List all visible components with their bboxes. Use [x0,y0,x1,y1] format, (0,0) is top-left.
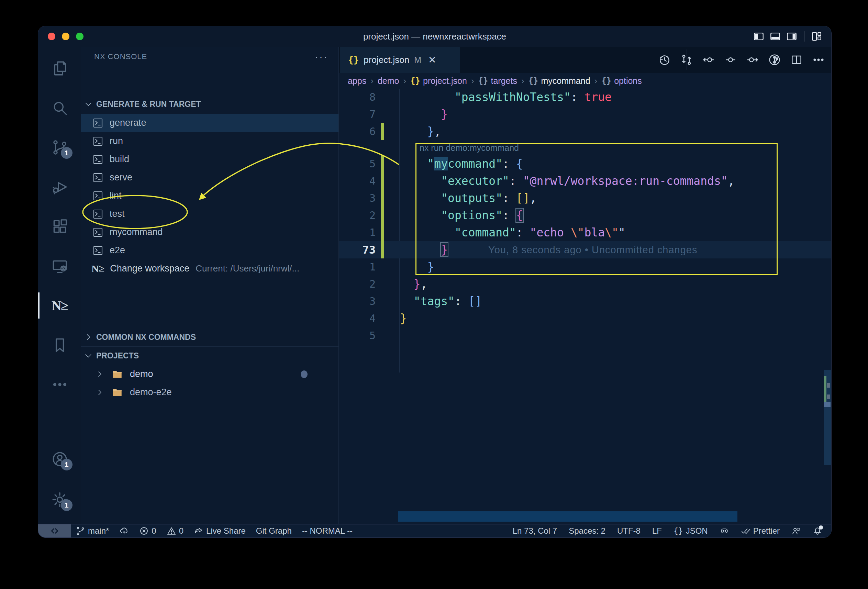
nx-console-sidebar: NX CONSOLE ··· GENERATE & RUN TARGET gen… [81,47,339,524]
status-item-prettier[interactable]: Prettier [741,524,780,537]
target-label: lint [109,190,122,201]
more-views-icon[interactable] [38,368,81,402]
titlebar-divider [804,31,805,41]
braces-icon: {} [601,76,611,86]
activity-bar: 1 N≥ 1 1 [38,47,81,524]
chevron-down-icon [84,351,93,360]
status-item-live-share[interactable]: Live Share [194,524,246,537]
project-item-demo[interactable]: demo [81,365,338,383]
compare-changes-icon[interactable] [680,53,693,66]
status-item-indentation[interactable]: Spaces: 2 [569,524,605,537]
section-divider [81,328,338,328]
breadcrumb-item-apps[interactable]: apps [348,76,366,86]
nx-console-icon[interactable]: N≥ [38,288,81,323]
code-text: } [400,310,407,327]
line-number: 1 [339,258,376,276]
overview-ruler[interactable] [824,89,831,524]
target-item-test[interactable]: test [81,205,338,223]
status-item-warnings[interactable]: 0 [167,524,183,537]
toggle-sidebar-right-icon[interactable] [786,31,797,42]
panel-more-actions-icon[interactable]: ··· [315,47,328,66]
split-editor-icon[interactable] [790,53,803,66]
status-item-errors[interactable]: 0 [139,524,156,537]
run-and-debug-icon[interactable] [38,170,81,204]
breadcrumb-item-mycommand[interactable]: {}mycommand [528,76,590,86]
target-item-generate[interactable]: generate [81,114,338,132]
next-change-icon[interactable] [746,53,759,66]
status-item-sync[interactable] [119,524,129,537]
error-icon [139,526,149,536]
status-item-git-branch[interactable]: main* [75,524,109,537]
explorer-icon[interactable] [38,51,81,86]
project-status-dot [301,371,307,378]
status-item-label: main* [88,526,109,536]
line-number: 7 [339,106,376,123]
close-tab-icon[interactable]: ✕ [428,54,436,66]
overview-mark [824,402,831,407]
status-item-language-mode[interactable]: {}JSON [673,524,708,537]
target-item-lint[interactable]: lint [81,187,338,205]
more-actions-icon[interactable] [812,53,825,66]
tab-project-json[interactable]: {} project.json M ✕ [340,47,460,73]
toggle-sidebar-left-icon[interactable] [753,31,765,42]
editor-actions [658,47,825,73]
target-item-build[interactable]: build [81,150,338,168]
account-icon[interactable]: 1 [38,442,81,476]
code-line: 3 "tags": [] [339,293,831,310]
target-item-e2e[interactable]: e2e [81,241,338,260]
previous-change-icon[interactable] [702,53,715,66]
code-text: "tags": [] [400,293,482,310]
horizontal-scrollbar[interactable] [398,511,737,522]
cloud-upload-icon [119,526,129,536]
chevron-right-icon [96,370,104,378]
source-control-icon[interactable]: 1 [38,130,81,165]
status-item-vim-mode[interactable]: -- NORMAL -- [302,524,353,537]
extensions-icon[interactable] [38,209,81,244]
status-item-label: Ln 73, Col 7 [513,526,557,536]
customize-layout-icon[interactable] [810,31,822,42]
status-item-label: -- NORMAL -- [302,526,353,536]
section-projects[interactable]: PROJECTS [81,348,338,363]
code-editor[interactable]: 8 "passWithNoTests": true7 }6 },nx run d… [339,89,831,524]
bookmarks-icon[interactable] [38,328,81,362]
status-item-git-graph[interactable]: Git Graph [256,524,292,537]
remote-indicator[interactable] [38,524,71,537]
breadcrumb-label: demo [378,76,399,86]
status-item-notifications[interactable] [813,524,822,537]
timeline-icon[interactable] [658,53,671,66]
status-item-eol[interactable]: LF [652,524,662,537]
line-number: 3 [339,190,376,207]
breadcrumb-item-targets[interactable]: {}targets [478,76,517,86]
status-item-cursor-position[interactable]: Ln 73, Col 7 [513,524,557,537]
status-item-copilot[interactable] [720,524,729,537]
overview-modified-mark [824,376,827,403]
status-item-encoding[interactable]: UTF-8 [617,524,641,537]
search-icon[interactable] [38,91,81,125]
breadcrumb-label: options [614,76,642,86]
change-workspace-item[interactable]: N≥ Change workspace Current: /Users/juri… [81,260,338,278]
section-generate-run-target[interactable]: GENERATE & RUN TARGET [81,96,338,112]
breadcrumb-separator: › [521,75,524,86]
target-item-serve[interactable]: serve [81,168,338,187]
breadcrumb-item-project.json[interactable]: {}project.json [410,76,467,86]
breadcrumb-separator: › [403,75,406,86]
remote-explorer-icon[interactable] [38,249,81,283]
change-icon[interactable] [724,53,737,66]
code-text: }, [400,276,428,293]
json-file-icon: {} [348,55,359,65]
breadcrumb-item-demo[interactable]: demo [378,76,399,86]
project-item-demo-e2e[interactable]: demo-e2e [81,383,338,402]
line-number: 4 [339,173,376,190]
target-item-mycommand[interactable]: mycommand [81,223,338,241]
line-number: 1 [339,224,376,241]
source-control-badge: 1 [61,147,72,159]
section-common-nx-commands[interactable]: COMMON NX COMMANDS [81,329,338,345]
target-item-run[interactable]: run [81,132,338,150]
status-item-feedback[interactable] [791,524,801,537]
settings-gear-icon[interactable]: 1 [38,483,81,517]
panel-title: NX CONSOLE [94,52,147,61]
file-history-icon[interactable] [768,53,781,66]
toggle-panel-icon[interactable] [769,31,781,42]
breadcrumb-item-options[interactable]: {}options [601,76,642,86]
code-line: 4} [339,310,831,327]
